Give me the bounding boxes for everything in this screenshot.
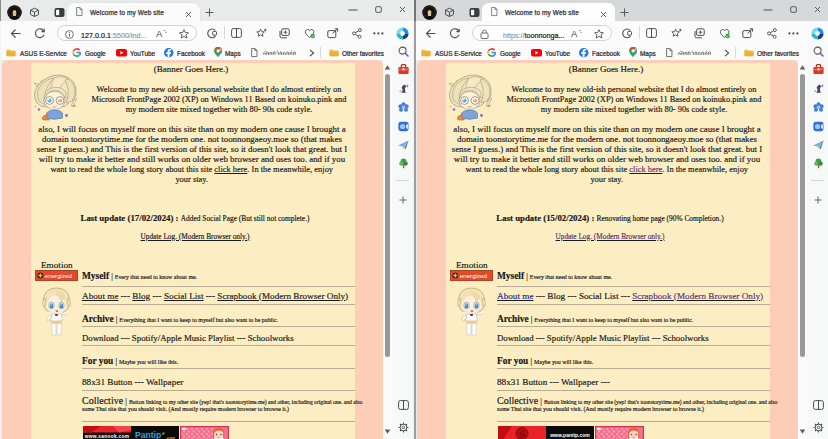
svg-text:.com: .com — [166, 436, 175, 439]
svg-text:A: A — [156, 29, 163, 39]
svg-text:www.sanook.com: www.sanook.com — [84, 434, 130, 439]
svg-text:energized: energized — [45, 272, 73, 279]
svg-text:Pantip: Pantip — [135, 430, 161, 439]
svg-text:energized: energized — [460, 272, 488, 279]
svg-text:A: A — [571, 29, 578, 39]
svg-text:www.pantip.com: www.pantip.com — [549, 432, 590, 438]
svg-text:S: S — [519, 428, 525, 439]
